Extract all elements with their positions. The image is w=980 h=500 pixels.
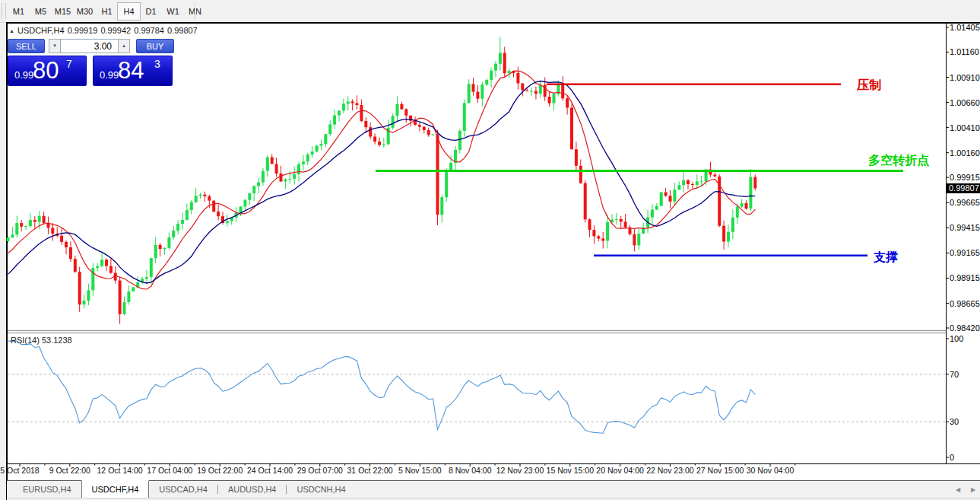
chart-tab-usdcad[interactable]: USDCAD,H4	[149, 481, 217, 498]
rsi-axis-tick: 100	[950, 334, 980, 343]
sell-price-pips: 80	[33, 57, 59, 84]
price-axis-tick: 1.01405	[950, 23, 980, 32]
time-axis-label: 5 Nov 15:00	[398, 466, 442, 475]
rsi-axis-tick: 70	[950, 370, 980, 379]
time-axis-label: 22 Nov 23:00	[646, 466, 693, 475]
collapse-panel-icon[interactable]: ▲	[9, 28, 14, 33]
support-label[interactable]: 支撑	[874, 250, 898, 266]
pivot-label[interactable]: 多空转折点	[868, 153, 929, 169]
sell-button[interactable]: SELL	[8, 39, 45, 53]
time-axis-label: 17 Oct 04:00	[147, 466, 192, 475]
tabs-scroll-right-icon[interactable]: ▶	[971, 486, 975, 493]
price-axis-tick: 0.99415	[950, 223, 980, 232]
chart-tab-usdcnh[interactable]: USDCNH,H4	[287, 481, 355, 498]
time-axis-label: 27 Nov 15:00	[696, 466, 744, 475]
ohlc-open: 0.99919	[68, 26, 98, 35]
sell-price-button[interactable]: 0.99 80 7	[8, 56, 87, 86]
price-axis-tick: 0.99665	[950, 198, 980, 207]
rsi-axis-tick: 30	[950, 417, 980, 426]
price-axis-tick: 1.00410	[950, 123, 980, 132]
resistance-label[interactable]: 压制	[857, 78, 881, 94]
sell-price-point: 7	[66, 58, 72, 70]
time-axis-label: 24 Oct 14:00	[247, 466, 293, 475]
price-axis-tick: 1.00160	[950, 148, 980, 158]
rsi-indicator-label: RSI(14) 53.1238	[11, 336, 72, 345]
sell-price-handle: 0.99	[14, 69, 33, 81]
chart-tab-audusd[interactable]: AUDUSD,H4	[218, 481, 287, 498]
price-axis-tick: 1.00910	[950, 73, 980, 82]
price-axis-tick: 1.00660	[950, 98, 980, 107]
time-axis-label: 15 Nov 15:00	[547, 466, 594, 475]
rsi-axis-tick: 0	[950, 453, 980, 462]
price-axis-tick: 0.98665	[950, 299, 980, 308]
buy-price-button[interactable]: 0.99 84 3	[93, 56, 173, 86]
time-axis-label: 31 Oct 22:00	[347, 466, 393, 475]
buy-button[interactable]: BUY	[136, 39, 174, 53]
volume-increase-button[interactable]: ▲	[118, 39, 130, 53]
buy-price-point: 3	[154, 58, 160, 70]
chart-tab-bar: EURUSD,H4USDCHF,H4USDCAD,H4AUDUSD,H4USDC…	[7, 480, 980, 498]
price-axis-tick: 1.01160	[950, 47, 980, 56]
time-axis-label: 20 Nov 04:00	[596, 466, 643, 475]
time-axis-label: 5 Oct 2018	[0, 466, 39, 475]
price-axis-tick: 0.99165	[950, 248, 980, 257]
volume-decrease-button[interactable]: ▼	[49, 39, 61, 53]
ohlc-high: 0.99942	[100, 26, 131, 35]
chart-window[interactable]: ▲USDCHF,H40.999190.999420.997840.99807 S…	[6, 22, 980, 500]
price-axis-tick: 0.98420	[950, 323, 980, 333]
chart-tab-eurusd[interactable]: EURUSD,H4	[13, 481, 81, 498]
buy-price-handle: 0.99	[100, 69, 119, 81]
time-axis-label: 29 Oct 07:00	[297, 466, 343, 475]
chart-tab-usdchf[interactable]: USDCHF,H4	[81, 480, 150, 498]
price-axis-tick: 0.99915	[950, 173, 980, 182]
chart-tabs: EURUSD,H4USDCHF,H4USDCAD,H4AUDUSD,H4USDC…	[13, 481, 356, 498]
time-axis-label: 9 Oct 22:00	[49, 466, 90, 475]
ohlc-low: 0.99784	[134, 26, 164, 35]
time-axis-label: 30 Nov 04:00	[747, 466, 794, 475]
ohlc-close: 0.99807	[167, 26, 198, 35]
time-axis-label: 19 Oct 22:00	[197, 466, 243, 475]
mt4-application: M1M5M15M30H1H4D1W1MN ▲USDCHF,H40.999190.…	[0, 0, 980, 500]
chart-symbol-label: USDCHF,H4	[17, 26, 65, 35]
time-axis-label: 8 Nov 04:00	[449, 466, 492, 475]
buy-price-pips: 84	[118, 57, 144, 84]
volume-input[interactable]	[60, 39, 119, 53]
tabs-scroll-left-icon[interactable]: ◀	[956, 486, 960, 493]
price-axis-tick: 0.98915	[950, 273, 980, 282]
time-axis-label: 12 Nov 23:00	[496, 466, 544, 475]
time-axis-label: 12 Oct 14:00	[97, 466, 143, 475]
current-price-tag: 0.99807	[947, 183, 980, 193]
chart-title: ▲USDCHF,H40.999190.999420.997840.99807	[9, 26, 201, 35]
